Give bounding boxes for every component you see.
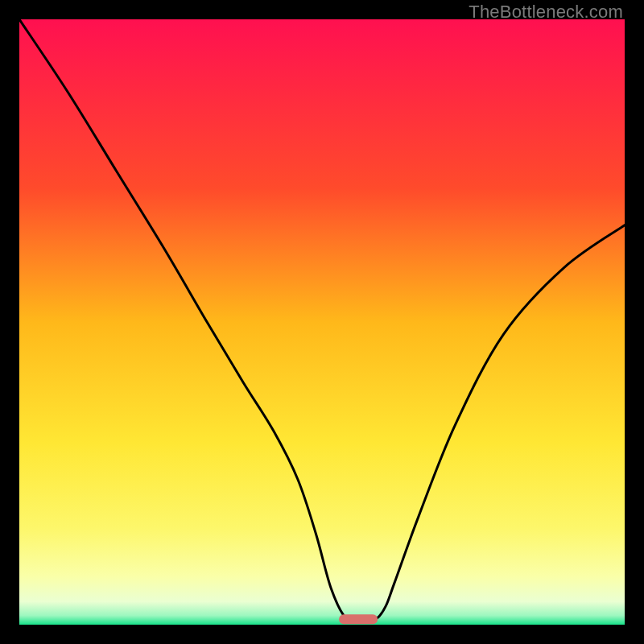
optimal-range-marker — [339, 614, 378, 624]
bottleneck-chart — [19, 19, 625, 625]
chart-frame — [19, 19, 625, 625]
gradient-background — [19, 19, 625, 625]
watermark-text: TheBottleneck.com — [469, 2, 623, 23]
